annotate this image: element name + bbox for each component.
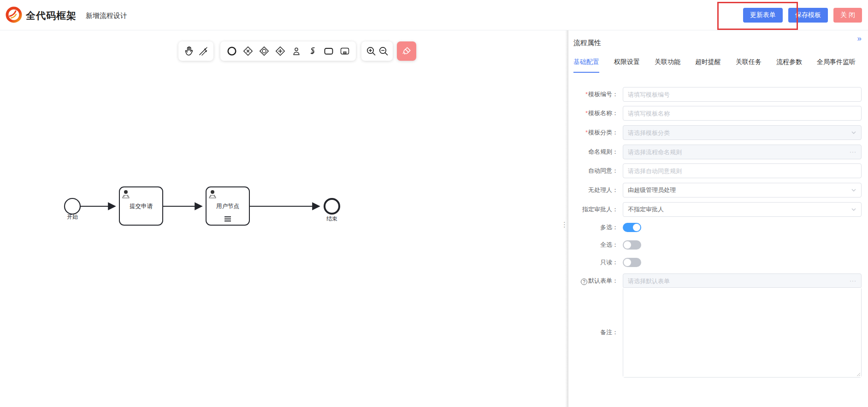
- panel-divider: [565, 30, 568, 407]
- template-code-input[interactable]: [623, 87, 862, 102]
- brand: 全代码框架: [6, 6, 77, 25]
- form-row-remark: 备注：: [568, 287, 868, 378]
- start-event-label: 开始: [67, 214, 78, 220]
- read-only-toggle[interactable]: [623, 258, 641, 267]
- approver-label: 指定审批人：: [568, 205, 618, 214]
- task1-label: 提交申请: [130, 203, 153, 209]
- end-event-node[interactable]: [325, 199, 339, 214]
- resize-grip-icon[interactable]: [856, 372, 861, 377]
- help-question-icon: ?: [581, 279, 587, 285]
- app-header: 全代码框架 新增流程设计 更新表单 保存模板 关 闭: [0, 0, 868, 30]
- approver-field[interactable]: [628, 206, 851, 213]
- page-title: 新增流程设计: [86, 12, 127, 20]
- panel-resize-handle[interactable]: ⋮: [561, 222, 567, 236]
- default-form-input[interactable]: ···: [623, 273, 862, 288]
- auto-agree-label: 自动同意：: [568, 167, 618, 175]
- task2-label: 用户节点: [216, 203, 239, 209]
- template-code-label: *模板编号：: [568, 90, 618, 99]
- select-all-toggle[interactable]: [623, 240, 641, 250]
- naming-rule-label: 命名规则：: [568, 148, 618, 156]
- no-handler-field[interactable]: [628, 187, 851, 194]
- chevron-down-icon: [851, 187, 856, 193]
- end-event-label: 结束: [326, 215, 337, 222]
- no-handler-select[interactable]: [623, 183, 862, 198]
- multi-select-toggle[interactable]: [623, 223, 641, 232]
- bpmn-diagram: 开始 提交申请 用户节点: [0, 30, 568, 407]
- naming-rule-input[interactable]: ···: [623, 145, 862, 159]
- start-event-node[interactable]: [65, 198, 80, 214]
- basic-config-form: *模板编号： *模板名称： *模板分类：: [568, 30, 868, 407]
- workflow-designer-app: 全代码框架 新增流程设计 更新表单 保存模板 关 闭: [0, 0, 868, 407]
- chevron-down-icon: [851, 207, 856, 212]
- save-template-button[interactable]: 保存模板: [788, 8, 828, 23]
- template-name-label: *模板名称：: [568, 109, 618, 117]
- template-category-field[interactable]: [628, 129, 851, 136]
- task-node-user[interactable]: 用户节点: [206, 187, 249, 225]
- close-button[interactable]: 关 闭: [833, 8, 862, 23]
- default-form-label: ?默认表单：: [568, 277, 618, 285]
- chevron-down-icon: [851, 130, 856, 135]
- template-category-select[interactable]: [623, 125, 862, 140]
- template-code-field[interactable]: [628, 91, 856, 98]
- remark-textarea-wrap: [623, 287, 862, 378]
- multi-select-label: 多选：: [568, 223, 618, 232]
- brand-logo-icon: [6, 6, 22, 25]
- process-properties-panel: 流程属性 » 基础配置 权限设置 关联功能 超时提醒 关联任务 流程参数 全局事…: [568, 30, 868, 407]
- approver-select[interactable]: [623, 202, 862, 217]
- no-handler-label: 无处理人：: [568, 186, 618, 194]
- remark-label: 备注：: [568, 328, 618, 337]
- template-category-label: *模板分类：: [568, 128, 618, 137]
- naming-rule-field[interactable]: [628, 149, 850, 156]
- select-all-label: 全选：: [568, 241, 618, 249]
- ellipsis-picker-icon[interactable]: ···: [850, 278, 856, 284]
- bpmn-canvas[interactable]: 开始 提交申请 用户节点: [0, 30, 568, 407]
- brand-name: 全代码框架: [26, 9, 77, 22]
- template-name-field[interactable]: [628, 110, 856, 117]
- remark-textarea[interactable]: [623, 288, 861, 377]
- header-actions: 更新表单 保存模板 关 闭: [743, 8, 862, 23]
- read-only-label: 只读：: [568, 258, 618, 267]
- task-node-submit[interactable]: 提交申请: [119, 187, 163, 225]
- auto-agree-field[interactable]: [628, 168, 856, 174]
- update-form-button[interactable]: 更新表单: [743, 8, 783, 23]
- default-form-field[interactable]: [628, 278, 850, 285]
- auto-agree-input[interactable]: [623, 163, 862, 178]
- ellipsis-picker-icon[interactable]: ···: [850, 149, 856, 155]
- template-name-input[interactable]: [623, 106, 862, 121]
